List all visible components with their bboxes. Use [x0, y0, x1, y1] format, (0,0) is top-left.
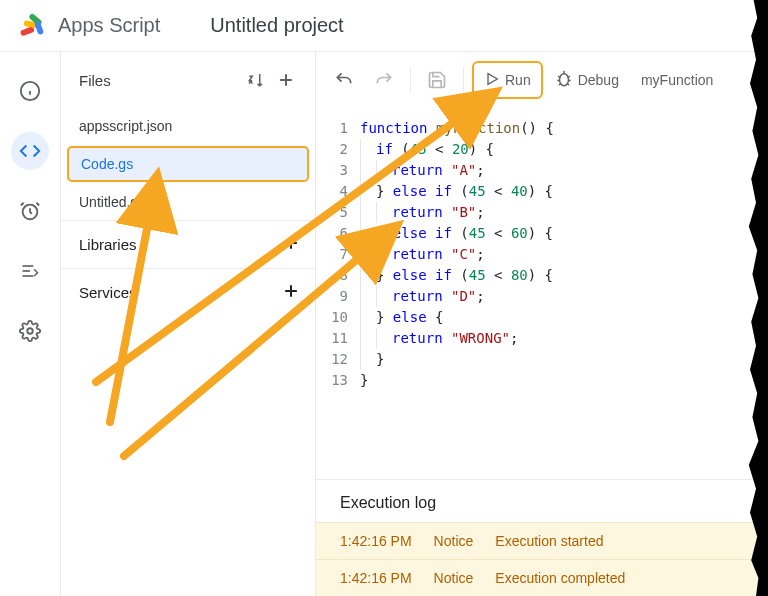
file-item-label: Untitled.gs	[79, 194, 145, 210]
line-number: 11	[316, 328, 360, 349]
line-number: 10	[316, 307, 360, 328]
code-line: 4} else if (45 < 40) {	[316, 181, 768, 202]
log-row: 1:42:16 PMNoticeExecution started	[316, 522, 768, 559]
services-label: Services	[79, 284, 137, 301]
code-line: 1function myFunction() {	[316, 118, 768, 139]
file-item-label: appsscript.json	[79, 118, 172, 134]
svg-marker-18	[488, 73, 497, 84]
services-section[interactable]: Services	[61, 268, 315, 316]
log-level: Notice	[434, 533, 474, 549]
code-line: 10} else {	[316, 307, 768, 328]
files-heading-label: Files	[79, 72, 111, 89]
project-title[interactable]: Untitled project	[210, 14, 343, 37]
log-msg: Execution completed	[495, 570, 625, 586]
code-line: 2if (45 < 20) {	[316, 139, 768, 160]
line-number: 13	[316, 370, 360, 391]
debug-label: Debug	[578, 72, 619, 88]
add-service-icon[interactable]	[281, 281, 301, 304]
save-button[interactable]	[419, 62, 455, 98]
rail-executions[interactable]	[11, 252, 49, 290]
code-line: 8} else if (45 < 80) {	[316, 265, 768, 286]
debug-button[interactable]: Debug	[547, 62, 627, 98]
code-line: 12}	[316, 349, 768, 370]
line-number: 1	[316, 118, 360, 139]
file-list: appsscript.jsonCode.gsUntitled.gs	[61, 108, 315, 220]
debug-icon	[555, 70, 573, 91]
rail-overview[interactable]	[11, 72, 49, 110]
editor-column: Run Debug myFunction 1function myFunctio…	[316, 52, 768, 596]
run-button[interactable]: Run	[472, 61, 543, 99]
libraries-section[interactable]: Libraries	[61, 220, 315, 268]
file-item[interactable]: appsscript.json	[61, 108, 315, 144]
log-time: 1:42:16 PM	[340, 570, 412, 586]
line-number: 8	[316, 265, 360, 286]
execution-log-heading: Execution log	[316, 480, 768, 522]
code-line: 9return "D";	[316, 286, 768, 307]
log-msg: Execution started	[495, 533, 603, 549]
header: Apps Script Untitled project	[0, 0, 768, 52]
libraries-label: Libraries	[79, 236, 137, 253]
sort-az-icon[interactable]	[241, 65, 271, 95]
code-line: 13}	[316, 370, 768, 391]
line-number: 9	[316, 286, 360, 307]
log-level: Notice	[434, 570, 474, 586]
code-line: 5return "B";	[316, 202, 768, 223]
undo-button[interactable]	[326, 62, 362, 98]
run-label: Run	[505, 72, 531, 88]
file-item-label: Code.gs	[81, 156, 133, 172]
log-row: 1:42:16 PMNoticeExecution completed	[316, 559, 768, 596]
line-number: 7	[316, 244, 360, 265]
file-item[interactable]: Code.gs	[67, 146, 309, 182]
code-line: 11return "WRONG";	[316, 328, 768, 349]
rail-editor[interactable]	[11, 132, 49, 170]
line-number: 2	[316, 139, 360, 160]
function-dropdown[interactable]: myFunction	[633, 62, 721, 98]
files-panel: Files appsscript.jsonCode.gsUntitled.gs …	[60, 52, 316, 596]
line-number: 6	[316, 223, 360, 244]
code-line: 6} else if (45 < 60) {	[316, 223, 768, 244]
code-editor[interactable]: 1function myFunction() {2if (45 < 20) {3…	[316, 108, 768, 479]
add-library-icon[interactable]	[281, 233, 301, 256]
log-time: 1:42:16 PM	[340, 533, 412, 549]
rail-settings[interactable]	[11, 312, 49, 350]
toolbar: Run Debug myFunction	[316, 52, 768, 108]
function-selected-label: myFunction	[641, 72, 713, 88]
svg-rect-0	[20, 26, 35, 36]
app-name: Apps Script	[58, 14, 160, 37]
line-number: 3	[316, 160, 360, 181]
line-number: 4	[316, 181, 360, 202]
add-file-icon[interactable]	[271, 65, 301, 95]
line-number: 5	[316, 202, 360, 223]
play-icon	[484, 71, 500, 90]
execution-log-panel: Execution log 1:42:16 PMNoticeExecution …	[316, 479, 768, 596]
redo-button[interactable]	[366, 62, 402, 98]
line-number: 12	[316, 349, 360, 370]
rail-triggers[interactable]	[11, 192, 49, 230]
svg-point-11	[27, 328, 33, 334]
left-rail	[0, 52, 60, 596]
code-line: 3return "A";	[316, 160, 768, 181]
file-item[interactable]: Untitled.gs	[61, 184, 315, 220]
apps-script-logo-icon	[18, 12, 46, 40]
code-line: 7return "C";	[316, 244, 768, 265]
files-heading: Files	[61, 52, 315, 108]
